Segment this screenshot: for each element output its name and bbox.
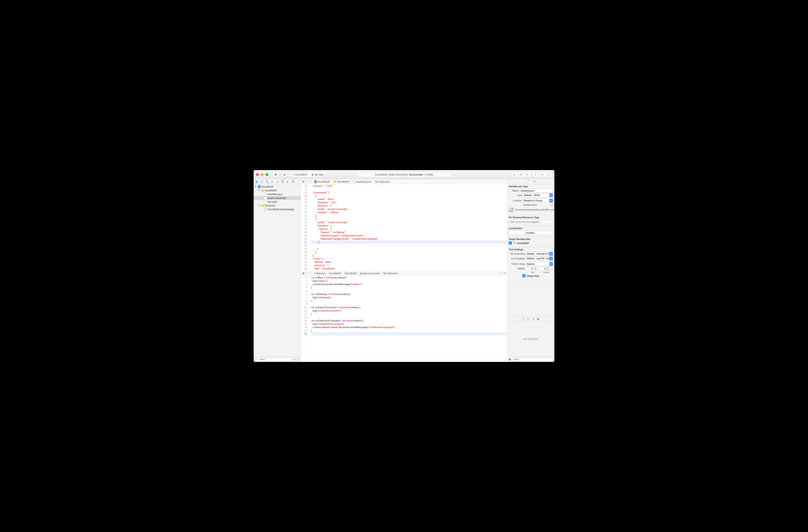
indent-using-select[interactable]: Spaces [526, 262, 553, 266]
forward-button[interactable]: 〉 [310, 271, 313, 275]
assistant-editor[interactable]: 123456789101112131415161718 var onRun = … [301, 276, 507, 362]
file-template-tab[interactable]: ▢ [522, 317, 525, 320]
tab-width-stepper[interactable]: ▴▾ [526, 267, 537, 270]
issue-navigator-tab[interactable]: ⚠ [270, 180, 274, 184]
add-button[interactable]: + [255, 358, 257, 361]
navigator-panel: ▤ ⌬ 🔍 ⚠ ◇ ☰ ▸ ☰ ▼GoodStuff ▼GoodStuff ma… [254, 179, 301, 362]
inspector-panel: 📄 ?⃝ Identity and Type Name TypeDefault … [507, 179, 554, 362]
stop-button[interactable]: ■ [281, 172, 288, 177]
status-project: GoodStuff [375, 173, 386, 176]
file-inspector-tab[interactable]: 📄 [526, 180, 530, 183]
breakpoint-navigator-tab[interactable]: ▸ [286, 180, 290, 184]
scheme-project: GoodStuff [295, 173, 307, 176]
toggle-navigator-button[interactable]: ▯ [532, 172, 539, 177]
tree-group-products[interactable]: ▼Products [254, 204, 301, 207]
crumb-label[interactable]: manifest.json [356, 180, 371, 183]
localize-button[interactable]: Localize... [509, 231, 553, 235]
assistant-editor-button[interactable]: ◎ [517, 172, 524, 177]
crumb-label[interactable]: script.cocoscript [361, 272, 380, 275]
indent-width-input[interactable] [538, 267, 547, 270]
back-button[interactable]: 〈 [305, 180, 309, 184]
close-assistant-button[interactable]: ✕ [503, 272, 506, 275]
tab-width-input[interactable] [526, 267, 534, 270]
line-endings-label: Line Endings [509, 257, 525, 260]
tree-file-plist[interactable]: Info.plist [254, 200, 301, 204]
scheme-selector[interactable]: ☐ GoodStuff 〉 🖥 My Mac [290, 172, 326, 177]
status-text: Build GoodStuff: [389, 173, 408, 176]
wrap-lines-checkbox[interactable] [522, 274, 526, 277]
related-items-icon[interactable]: ⊞ [302, 272, 305, 275]
quick-help-tab[interactable]: ?⃝ [533, 180, 536, 183]
toggle-debug-button[interactable]: ▭ [539, 172, 545, 177]
assistant-mode-icon[interactable]: ▯ [314, 272, 316, 275]
project-tree[interactable]: ▼GoodStuff ▼GoodStuff manifest.json scri… [254, 184, 301, 357]
close-button[interactable] [256, 173, 259, 176]
crumb-label[interactable]: No Selection [383, 272, 398, 275]
run-button[interactable]: ▶ [273, 172, 279, 177]
version-editor-button[interactable]: ↩ [524, 172, 531, 177]
tree-product[interactable]: GoodStuff.sketchplugin [254, 207, 301, 211]
standard-editor-button[interactable]: ≡ [511, 172, 517, 177]
grid-view-icon[interactable]: ⊞ [509, 358, 511, 361]
related-items-icon[interactable]: ⊞ [302, 180, 305, 183]
forward-button[interactable]: 〉 [310, 180, 313, 184]
device-icon: 🖥 [311, 173, 314, 176]
zoom-button[interactable] [265, 173, 268, 176]
debug-navigator-tab[interactable]: ☰ [281, 180, 284, 184]
add-assistant-button[interactable]: + [500, 272, 502, 275]
folder-chooser-icon[interactable]: ▸ [551, 203, 553, 207]
indent-width-stepper[interactable]: ▴▾ [538, 267, 550, 270]
jump-bar-assistant[interactable]: ⊞ 〈 〉 ▯ Manual〉 GoodStuff〉 GoodStuff〉 sc… [301, 271, 507, 276]
toggle-inspector-button[interactable]: ▯ [545, 172, 552, 177]
tree-label: GoodStuff.sketchplugin [268, 208, 295, 211]
app-icon: ☐ [513, 242, 516, 245]
folder-icon [261, 189, 264, 192]
encoding-select[interactable]: Default - Unicode (UTF-8) [526, 252, 553, 256]
line-gutter: 1011121314151617181920212223242526272829… [301, 184, 309, 271]
section-header: Identity and Type [509, 185, 553, 188]
test-navigator-tab[interactable]: ◇ [275, 180, 279, 184]
crumb-label[interactable]: GoodStuff [318, 180, 329, 183]
crumb-label[interactable]: GoodStuff [337, 180, 348, 183]
plugin-icon [264, 208, 267, 211]
scm-filter-icon[interactable]: ▢ [297, 358, 299, 361]
target-checkbox[interactable] [509, 242, 512, 245]
assistant-mode[interactable]: Manual [316, 272, 325, 275]
chevron-right-icon: 〉 [308, 173, 310, 176]
navigator-filter-input[interactable] [258, 358, 292, 361]
library-content: No Matches [507, 321, 554, 357]
recent-filter-icon[interactable]: ◷ [293, 358, 295, 361]
code-snippet-tab[interactable]: { } [527, 317, 530, 320]
crumb-label[interactable]: No Selection [375, 180, 390, 183]
crumb-label[interactable]: GoodStuff [329, 272, 341, 275]
library-filter-input[interactable] [512, 358, 553, 361]
tree-file-script[interactable]: script.cocoscript [254, 196, 301, 200]
name-field[interactable] [519, 189, 553, 192]
symbol-navigator-tab[interactable]: ⌬ [260, 180, 263, 184]
primary-editor[interactable]: 1011121314151617181920212223242526272829… [301, 184, 507, 271]
find-navigator-tab[interactable]: 🔍 [265, 180, 269, 184]
minimize-button[interactable] [261, 173, 263, 176]
crumb-label[interactable]: GoodStuff [345, 272, 356, 275]
tree-group[interactable]: ▼GoodStuff [254, 189, 301, 192]
xcode-window: ▶ ■ ☐ GoodStuff 〉 🖥 My Mac GoodStuff | B… [254, 170, 554, 362]
back-button[interactable]: 〈 [305, 271, 309, 275]
location-label: Location [509, 200, 522, 202]
media-library-tab[interactable]: ▣ [537, 317, 539, 320]
report-navigator-tab[interactable]: ☰ [291, 180, 295, 184]
line-endings-select[interactable]: Default - macOS / Unix (LF) [526, 256, 553, 261]
code-content[interactable]: "version" : "1.0.0", "commands": [ { "na… [309, 184, 507, 271]
fullpath-value: /Users/james/Desktop/GoodStuff/GoodStuff… [515, 208, 554, 211]
location-select[interactable]: Relative to Group [523, 199, 553, 203]
status-result: Succeeded [409, 173, 423, 176]
target-name: GoodStuff [517, 242, 529, 245]
object-library-tab[interactable]: ◎ [532, 317, 534, 320]
tree-file-manifest[interactable]: manifest.json [254, 192, 301, 196]
status-time: 0.100s [425, 173, 433, 176]
tree-project-root[interactable]: ▼GoodStuff [254, 185, 301, 189]
jump-bar-primary[interactable]: ⊞ 〈 〉 GoodStuff〉 GoodStuff〉 manifest.jso… [301, 179, 507, 184]
project-navigator-tab[interactable]: ▤ [255, 180, 258, 184]
type-select[interactable]: Default - JSON [523, 193, 553, 197]
scheme-target: My Mac [315, 173, 324, 176]
code-content[interactable]: var onRun = function(context) { log("onR… [309, 276, 507, 362]
